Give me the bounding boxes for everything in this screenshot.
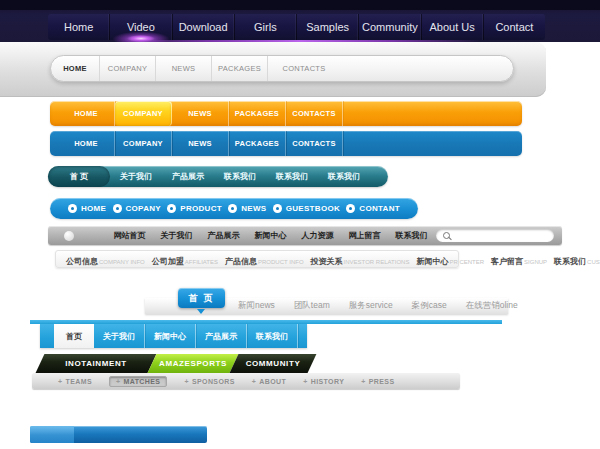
nav-item-label: COPANY [126,204,161,213]
tab-home-active[interactable]: 首 页 [48,166,110,187]
nav-item-news[interactable]: 新闻news [238,300,275,312]
tab-contacts[interactable]: CONTACTS [286,131,343,156]
subnav-label: MATCHES [124,378,161,385]
nav-item-video[interactable]: Video [110,14,172,40]
tab-packages[interactable]: PACKAGES [212,56,268,81]
tab-home[interactable]: HOME [51,56,100,81]
tab-company[interactable]: COMPANY [115,131,172,156]
tab-products[interactable]: 产品展示 [162,166,214,187]
subnav-item-history[interactable]: +HISTORY [303,378,344,385]
nav-item-home[interactable]: HOME [68,204,106,213]
tab-news[interactable]: NEWS [156,56,212,81]
nav-item-news-center[interactable]: 新闻中心 [247,230,294,241]
plus-marker: + [303,378,308,385]
nav-item-home[interactable]: Home [48,14,110,40]
subnav-item-press[interactable]: +PRESS [361,378,394,385]
home-button[interactable]: 首 页 [178,288,225,308]
nav-item-service[interactable]: 服务service [349,300,393,312]
tab-news[interactable]: NEWS [172,101,229,126]
tab-products[interactable]: 产品展示 [196,324,247,348]
subnav-item-about[interactable]: +ABOUT [252,378,286,385]
nav-item-label: PRODUCT [180,204,222,213]
tab-news-center[interactable]: 新闻中心 [145,324,196,348]
nav-item-community[interactable]: Community [359,14,421,40]
search-box[interactable] [436,229,554,242]
segment-label: COMMUNITY [234,354,312,373]
nav-item-product-info[interactable]: 产品信息PRODUCT INFO [225,250,304,268]
segment-inotainment[interactable]: INOTAINMENT [40,354,152,373]
nav-item-label: NEWS [241,204,266,213]
silver-panel: HOME COMPANY NEWS PACKAGES CONTACTS [0,42,546,97]
tab-packages[interactable]: PACKAGES [229,131,286,156]
segment-amazesports-active[interactable]: AMAZESPORTS [152,354,234,373]
nav-item-contact-us[interactable]: 联系我们CUSTOMER SUPPORT [554,250,600,268]
nav-item-about-us[interactable]: About Us [422,14,484,40]
dropdown-arrow-icon [197,309,205,314]
nav-item-samples[interactable]: Samples [297,14,359,40]
nav-item-contact[interactable]: Contact [484,14,545,40]
nav-item-about[interactable]: 关于我们 [153,230,200,241]
nav-item-copany[interactable]: COPANY [113,204,161,213]
nav-item-product[interactable]: PRODUCT [167,204,222,213]
nav-item-hr[interactable]: 人力资源 [294,230,341,241]
tab-about[interactable]: 关于我们 [110,166,162,187]
tab-contacts[interactable]: CONTACTS [286,101,343,126]
bullet-icon [228,204,237,213]
search-input[interactable] [454,230,550,241]
top-dark-navbar: Home Video Download Girls Samples Commun… [0,0,600,42]
nav-item-guest-message[interactable]: 客户留言SIGNUP [491,250,547,268]
en-label: INVESTOR RELATIONS [344,259,410,265]
tab-contact[interactable]: 联系我们 [247,324,298,348]
gray-cn-navbar: 网站首页 关于我们 产品展示 新闻中心 人力资源 网上留言 联系我们 [48,226,562,245]
subnav-item-teams[interactable]: +TEAMS [58,378,92,385]
tab-home[interactable]: HOME [58,101,115,126]
nav-item-message[interactable]: 网上留言 [341,230,388,241]
subnav-item-matches-active[interactable]: +MATCHES [109,376,167,387]
nav-item-label: CONTANT [359,204,400,213]
bullet-icon [167,204,176,213]
nav-item-site-home[interactable]: 网站首页 [106,230,153,241]
nav-item-team[interactable]: 团队team [294,300,330,312]
tab-packages[interactable]: PACKAGES [229,101,286,126]
tab-contact-1[interactable]: 联系我们 [214,166,266,187]
nav-item-affiliates[interactable]: 公司加盟AFFILIATES [152,250,218,268]
gray-cn-items: 网站首页 关于我们 产品展示 新闻中心 人力资源 网上留言 联系我们 [106,230,435,241]
navigation-bars-showcase: Home Video Download Girls Samples Commun… [0,0,600,449]
sports-subnav: +TEAMS +MATCHES +SPONSORS +ABOUT +HISTOR… [32,373,460,389]
subnav-item-sponsors[interactable]: +SPONSORS [184,378,234,385]
nav-item-company-info[interactable]: 公司信息COMPANY INFO [66,250,145,268]
nav-item-news[interactable]: NEWS [228,204,266,213]
top-dark-navbar-inner: Home Video Download Girls Samples Commun… [48,14,545,40]
en-label: SIGNUP [524,259,547,265]
plus-marker: + [252,378,257,385]
nav-item-guestbook[interactable]: GUESTBOOK [273,204,340,213]
subnav-label: ABOUT [259,378,286,385]
segment-community[interactable]: COMMUNITY [234,354,312,373]
tab-news[interactable]: NEWS [172,131,229,156]
tab-home-active[interactable]: 首页 [54,324,94,348]
tab-home[interactable]: HOME [58,131,115,156]
en-label: COMPANY INFO [99,259,145,265]
nav-item-download[interactable]: Download [173,14,235,40]
tab-contact-2[interactable]: 联系我们 [266,166,318,187]
nav-item-pr-center[interactable]: 新闻中心PR CENTER [416,250,484,268]
blue-tabbar: 首页 关于我们 新闻中心 产品展示 联系我们 [40,324,307,348]
tab-company[interactable]: COMPANY [100,56,156,81]
nav-item-contact[interactable]: 联系我们 [388,230,435,241]
nav-item-girls[interactable]: Girls [235,14,297,40]
nav-item-label: GUESTBOOK [286,204,340,213]
tab-about[interactable]: 关于我们 [94,324,145,348]
nav-item-online[interactable]: 在线营销oline [466,300,518,312]
nav-item-contant[interactable]: CONTANT [346,204,400,213]
nav-item-investor[interactable]: 投资关系INVESTOR RELATIONS [311,250,410,268]
blue-navbar: HOME COMPANY NEWS PACKAGES CONTACTS [50,131,522,156]
tab-contact-3[interactable]: 联系我们 [318,166,370,187]
nav-item-products[interactable]: 产品展示 [200,230,247,241]
nav-item-case[interactable]: 案例case [412,300,447,312]
cn-label: 产品信息 [225,257,257,266]
tab-company-active[interactable]: COMPANY [115,101,172,126]
plus-marker: + [361,378,366,385]
bullet-icon [346,204,355,213]
tab-contacts[interactable]: CONTACTS [268,56,340,81]
plus-marker: + [58,378,63,385]
